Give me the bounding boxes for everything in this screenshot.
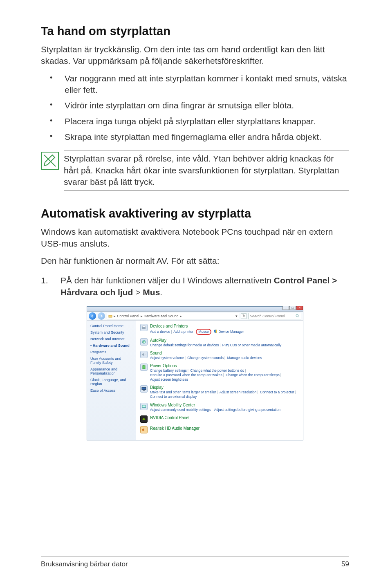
category-sound: Sound Adjust system volume| Change syste… (140, 351, 299, 360)
sidebar-item-programs[interactable]: Programs (90, 350, 132, 354)
step-text-a: PÅ den här funktionen väljer du I Window… (61, 276, 274, 285)
sidebar-item-home[interactable]: Control Panel Home (90, 324, 132, 328)
chevron-right-icon: ▸ (114, 314, 116, 318)
laptop-icon (140, 403, 148, 410)
svg-marker-16 (142, 428, 144, 431)
steps-list: 1. PÅ den här funktionen väljer du I Win… (41, 275, 349, 298)
refresh-button[interactable]: ↻ (241, 313, 247, 319)
footer-title: Bruksanvisning bärbar dator (41, 560, 128, 568)
step-text-c: > (133, 287, 143, 297)
link-display-external[interactable]: Connect to an external display (150, 395, 197, 399)
folder-icon (108, 314, 112, 318)
crumb-hardware-sound[interactable]: Hardware and Sound (144, 314, 179, 318)
para-intro1: Styrplattan är tryckkänslig. Om den inte… (41, 44, 349, 67)
window-titlebar: – □ × (87, 307, 303, 312)
category-title[interactable]: Display (150, 385, 299, 390)
category-title[interactable]: Power Options (150, 364, 299, 368)
step-text-d: Mus (143, 287, 160, 297)
search-input[interactable]: Search Control Panel (248, 313, 301, 319)
sidebar-item-network-internet[interactable]: Network and Internet (90, 337, 132, 341)
bullet-list: Var noggrann med att inte styrplattan ko… (41, 73, 349, 143)
category-title[interactable]: Sound (150, 351, 299, 355)
svg-rect-13 (143, 390, 145, 391)
printer-icon (140, 324, 148, 331)
svg-line-4 (298, 316, 299, 318)
link-add-printer[interactable]: Add a printer (173, 330, 193, 334)
breadcrumb[interactable]: ▸ Control Panel ▸ Hardware and Sound ▸ ▾ (107, 313, 239, 319)
svg-rect-15 (142, 407, 146, 408)
crumb-control-panel[interactable]: Control Panel (117, 314, 139, 318)
category-mobility-center: Windows Mobility Center Adjust commonly … (140, 403, 299, 412)
list-item: Skrapa inte styrplattan med fingernaglar… (41, 131, 349, 143)
svg-rect-10 (143, 366, 145, 369)
note-icon (41, 150, 64, 170)
link-power-battery[interactable]: Change battery settings (150, 368, 187, 373)
svg-rect-11 (143, 365, 144, 366)
sidebar-item-system-security[interactable]: System and Security (90, 330, 132, 334)
category-autoplay: AutoPlay Change default settings for med… (140, 338, 299, 348)
svg-marker-9 (142, 353, 144, 356)
nav-bar: ▸ Control Panel ▸ Hardware and Sound ▸ ▾… (87, 312, 303, 321)
link-sound-change[interactable]: Change system sounds (187, 356, 224, 360)
category-title[interactable]: AutoPlay (150, 338, 299, 343)
link-power-sleep[interactable]: Change when the computer sleeps (226, 373, 279, 377)
para-auto1: Windows kan automatiskt avaktivera Noteb… (41, 226, 349, 249)
category-title[interactable]: Windows Mobility Center (150, 403, 299, 407)
page-number: 59 (341, 560, 349, 568)
main-panel: Devices and Printers Add a device| Add a… (136, 321, 303, 440)
chevron-down-icon[interactable]: ▾ (235, 314, 238, 318)
sidebar: Control Panel Home System and Security N… (87, 321, 136, 440)
svg-rect-12 (142, 387, 146, 390)
category-display: Display Make text and other items larger… (140, 385, 299, 399)
realtek-icon (140, 426, 148, 433)
category-title[interactable]: NVIDIA Control Panel (150, 415, 299, 420)
link-mobility-presentation[interactable]: Adjust settings before giving a presenta… (214, 408, 280, 412)
link-autoplay-cds[interactable]: Play CDs or other media automatically (222, 343, 282, 347)
category-title[interactable]: Realtek HD Audio Manager (150, 426, 299, 431)
page-footer: Bruksanvisning bärbar dator 59 (41, 557, 349, 568)
category-nvidia: NVIDIA Control Panel (140, 415, 299, 423)
heading-auto: Automatisk avaktivering av styrplatta (41, 207, 349, 220)
link-sound-volume[interactable]: Adjust system volume (150, 356, 184, 360)
link-power-brightness[interactable]: Adjust screen brightness (150, 377, 188, 382)
link-device-manager[interactable]: Device Manager (219, 330, 244, 334)
list-item: Vidrör inte styrplattan om dina fingrar … (41, 100, 349, 111)
svg-rect-2 (109, 315, 112, 317)
link-add-device[interactable]: Add a device (150, 330, 170, 334)
link-mobility-common[interactable]: Adjust commonly used mobility settings (150, 408, 211, 412)
maximize-button[interactable]: □ (289, 306, 296, 310)
search-icon (296, 314, 300, 318)
sidebar-item-appearance[interactable]: Appearance and Personalization (90, 367, 132, 375)
link-mouse-circled[interactable]: Mouse (196, 329, 211, 335)
shield-icon (214, 330, 217, 333)
category-realtek: Realtek HD Audio Manager (140, 426, 299, 433)
link-display-textsize[interactable]: Make text and other items larger or smal… (150, 390, 216, 394)
sidebar-item-clock-language[interactable]: Clock, Language, and Region (90, 378, 132, 386)
chevron-right-icon: ▸ (141, 314, 143, 318)
back-button[interactable] (89, 312, 96, 320)
sidebar-item-user-accounts[interactable]: User Accounts and Family Safety (90, 357, 132, 365)
link-power-password[interactable]: Require a password when the computer wak… (150, 373, 222, 377)
para-auto2: Den här funktionen är normalt AV. För at… (41, 255, 349, 267)
note-block: Styrplattan svarar på rörelse, inte våld… (41, 150, 349, 191)
category-title[interactable]: Devices and Printers (150, 324, 299, 328)
link-display-resolution[interactable]: Adjust screen resolution (220, 390, 257, 394)
minimize-button[interactable]: – (282, 306, 289, 310)
category-power-options: Power Options Change battery settings| C… (140, 364, 299, 382)
category-devices-printers: Devices and Printers Add a device| Add a… (140, 324, 299, 335)
link-sound-manage[interactable]: Manage audio devices (227, 356, 262, 360)
step-number: 1. (41, 275, 48, 286)
link-power-buttons[interactable]: Change what the power buttons do (190, 368, 244, 373)
battery-icon (140, 364, 148, 371)
list-item: Placera inga tunga objekt på styrplattan… (41, 116, 349, 127)
link-autoplay-defaults[interactable]: Change default settings for media or dev… (150, 343, 219, 347)
sidebar-item-hardware-sound[interactable]: Hardware and Sound (90, 343, 132, 348)
forward-button[interactable] (98, 312, 105, 320)
close-button[interactable]: × (296, 306, 303, 310)
list-item: Var noggrann med att inte styrplattan ko… (41, 73, 349, 96)
sidebar-item-ease-of-access[interactable]: Ease of Access (90, 388, 132, 393)
link-display-projector[interactable]: Connect to a projector (260, 390, 294, 394)
chevron-right-icon: ▸ (180, 314, 182, 318)
speaker-icon (140, 351, 148, 358)
control-panel-window: – □ × ▸ Control Panel ▸ Hardware and Sou… (87, 306, 303, 440)
